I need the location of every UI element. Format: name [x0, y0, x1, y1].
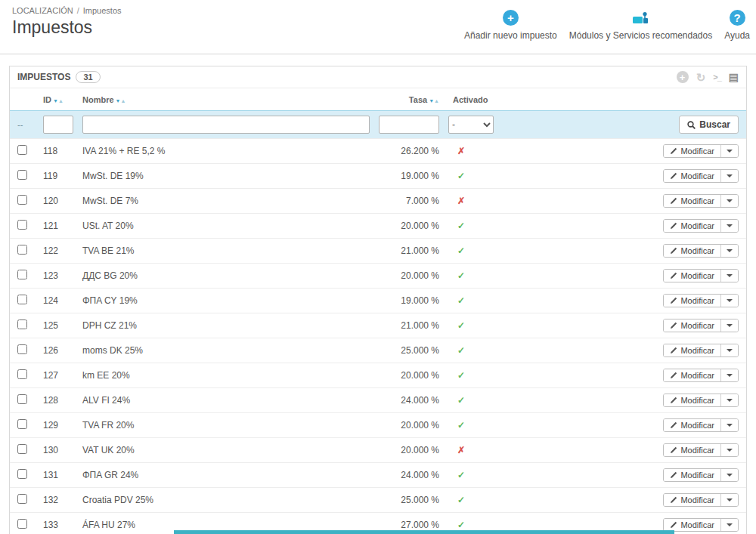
sort-id-icon[interactable]: ▼▲ [53, 95, 64, 104]
modify-button-label: Modificar [680, 221, 714, 230]
pencil-icon [670, 297, 677, 304]
modify-dropdown-button[interactable] [720, 519, 738, 531]
modify-button[interactable]: Modificar [664, 145, 720, 157]
modify-dropdown-button[interactable] [720, 220, 738, 232]
modify-button-group: Modificar [663, 468, 739, 482]
caret-down-icon [727, 199, 733, 202]
table-header-row: ID▼▲ Nombre▼▲ Tasa▼▲ Activado [10, 88, 746, 111]
modify-dropdown-button[interactable] [720, 469, 738, 481]
row-checkbox[interactable] [17, 295, 27, 304]
status-icon: ✗ [457, 445, 465, 455]
row-checkbox[interactable] [17, 419, 27, 429]
modify-button-label: Modificar [680, 371, 714, 380]
row-checkbox[interactable] [17, 444, 27, 454]
modify-button[interactable]: Modificar [664, 195, 720, 207]
modify-dropdown-button[interactable] [720, 444, 738, 456]
modify-button[interactable]: Modificar [664, 369, 720, 381]
row-checkbox[interactable] [17, 394, 27, 404]
refresh-icon[interactable]: ↻ [696, 72, 706, 83]
modify-dropdown-button[interactable] [720, 344, 738, 357]
search-button[interactable]: Buscar [679, 116, 739, 134]
row-checkbox[interactable] [17, 369, 27, 379]
row-checkbox[interactable] [17, 319, 27, 329]
row-checkbox[interactable] [17, 270, 27, 279]
modify-button[interactable]: Modificar [664, 270, 720, 282]
add-new-tax-button[interactable]: + Añadir nuevo impuesto [464, 8, 557, 41]
modify-button[interactable]: Modificar [664, 220, 720, 232]
tax-name: Croatia PDV 25% [78, 488, 374, 513]
tax-name: MwSt. DE 7% [78, 189, 374, 214]
modify-dropdown-button[interactable] [720, 245, 738, 257]
tax-rate: 7.000 % [374, 189, 444, 214]
add-new-tax-label: Añadir nuevo impuesto [464, 30, 557, 41]
tax-name: IVA 21% + RE 5,2 % [78, 139, 374, 164]
tax-name: USt. AT 20% [78, 214, 374, 239]
modify-button[interactable]: Modificar [664, 319, 720, 332]
table-row: 126 moms DK 25% 25.000 % ✓ Modificar [10, 338, 746, 363]
modify-button[interactable]: Modificar [664, 444, 720, 456]
modify-dropdown-button[interactable] [720, 270, 738, 282]
modify-button[interactable]: Modificar [664, 245, 720, 257]
row-checkbox[interactable] [17, 220, 27, 230]
row-checkbox[interactable] [17, 195, 27, 205]
recommended-modules-button[interactable]: Módulos y Servicios recomendados [569, 8, 712, 41]
filter-rate-input[interactable] [379, 116, 439, 134]
tax-rate: 19.000 % [374, 289, 444, 313]
row-checkbox[interactable] [17, 519, 27, 529]
modify-dropdown-button[interactable] [720, 145, 738, 157]
modify-dropdown-button[interactable] [720, 394, 738, 406]
tax-rate: 24.000 % [374, 388, 444, 413]
modify-dropdown-button[interactable] [720, 319, 738, 332]
breadcrumb-section[interactable]: LOCALIZACIÓN [12, 6, 73, 15]
row-checkbox[interactable] [17, 245, 27, 255]
modify-button[interactable]: Modificar [664, 469, 720, 481]
modify-button[interactable]: Modificar [664, 295, 720, 307]
modify-button-label: Modificar [680, 147, 714, 156]
filter-row: -- - [10, 111, 746, 139]
row-checkbox[interactable] [17, 145, 27, 155]
modify-button-group: Modificar [663, 219, 739, 233]
table-row: 132 Croatia PDV 25% 25.000 % ✓ Modificar [10, 488, 746, 513]
modify-button[interactable]: Modificar [664, 494, 720, 506]
modify-dropdown-button[interactable] [720, 494, 738, 506]
modify-button[interactable]: Modificar [664, 419, 720, 431]
modify-button[interactable]: Modificar [664, 519, 720, 531]
header-id: ID▼▲ [39, 88, 78, 111]
tax-rate: 25.000 % [374, 488, 444, 513]
modify-dropdown-button[interactable] [720, 369, 738, 381]
table-row: 121 USt. AT 20% 20.000 % ✓ Modificar [10, 214, 746, 239]
filter-id-input[interactable] [43, 116, 73, 134]
filter-enabled-select[interactable]: - [448, 116, 494, 134]
caret-down-icon [727, 499, 733, 502]
sql-query-icon[interactable]: >_ [713, 73, 721, 82]
modify-dropdown-button[interactable] [720, 170, 738, 182]
filter-name-input[interactable] [82, 116, 370, 134]
row-checkbox[interactable] [17, 494, 27, 504]
export-stack-icon[interactable]: ▤ [729, 72, 739, 82]
row-checkbox[interactable] [17, 469, 27, 479]
sort-rate-icon[interactable]: ▼▲ [429, 95, 439, 104]
modify-button-group: Modificar [663, 369, 739, 382]
modify-dropdown-button[interactable] [720, 195, 738, 207]
modify-dropdown-button[interactable] [720, 295, 738, 307]
modify-button[interactable]: Modificar [664, 170, 720, 182]
sort-name-icon[interactable]: ▼▲ [116, 95, 126, 104]
tax-name: ALV FI 24% [78, 388, 374, 413]
search-icon [687, 121, 696, 129]
row-checkbox[interactable] [17, 170, 27, 180]
panel-add-icon[interactable]: + [677, 71, 689, 83]
tax-name: ДДС BG 20% [78, 264, 374, 289]
pencil-icon [670, 397, 677, 404]
modify-button[interactable]: Modificar [664, 394, 720, 406]
row-checkbox[interactable] [17, 344, 27, 354]
help-button[interactable]: ? Ayuda [724, 8, 750, 41]
modify-dropdown-button[interactable] [720, 419, 738, 431]
taxes-table: ID▼▲ Nombre▼▲ Tasa▼▲ Activado -- [10, 88, 746, 534]
modify-button-group: Modificar [663, 144, 739, 158]
status-icon: ✓ [457, 495, 465, 505]
recommended-modules-label: Módulos y Servicios recomendados [569, 30, 712, 41]
modify-button-label: Modificar [680, 271, 714, 280]
modify-button[interactable]: Modificar [664, 344, 720, 357]
tax-id: 122 [39, 239, 78, 264]
pencil-icon [670, 272, 677, 279]
